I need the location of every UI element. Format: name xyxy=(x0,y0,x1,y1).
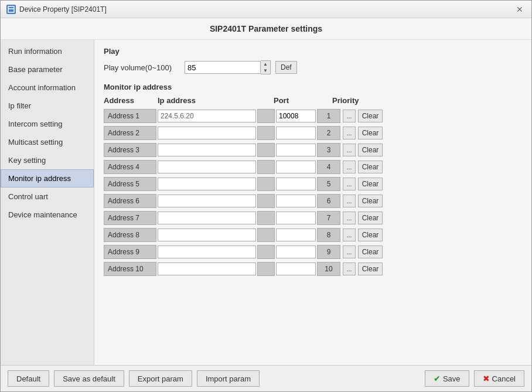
clear-button-2[interactable]: Clear xyxy=(358,127,383,139)
col-header-port: Port xyxy=(274,96,332,105)
clear-button-3[interactable]: Clear xyxy=(358,144,383,156)
addr-label-2: Address 2 xyxy=(104,126,156,140)
ip-input-3[interactable] xyxy=(158,144,256,156)
sidebar-item-account-information[interactable]: Account information xyxy=(1,79,94,97)
import-param-button[interactable]: Import param xyxy=(197,370,260,387)
browse-button-7[interactable]: ... xyxy=(343,212,356,224)
port-spacer-5 xyxy=(257,177,275,191)
bottom-bar: Default Save as default Export param Imp… xyxy=(1,365,531,391)
default-button[interactable]: Default xyxy=(8,370,49,387)
clear-button-4[interactable]: Clear xyxy=(358,161,383,173)
browse-button-3[interactable]: ... xyxy=(343,144,356,156)
browse-button-8[interactable]: ... xyxy=(343,229,356,241)
clear-button-6[interactable]: Clear xyxy=(358,195,383,207)
col-header-address: Address xyxy=(104,96,156,105)
address-row-9: Address 9 9 ... Clear xyxy=(104,244,522,260)
browse-button-6[interactable]: ... xyxy=(343,195,356,207)
main-window: Device Property [SIP2401T] ✕ SIP2401T Pa… xyxy=(0,0,532,392)
def-button[interactable]: Def xyxy=(275,61,297,74)
address-rows: Address 1 1 ... Clear Address 2 2 ... Cl… xyxy=(104,108,522,277)
sidebar-item-device-maintenance[interactable]: Device maintenance xyxy=(1,206,94,224)
addr-label-6: Address 6 xyxy=(104,194,156,208)
sidebar-item-monitor-ip-address[interactable]: Monitor ip address xyxy=(1,169,94,188)
browse-button-5[interactable]: ... xyxy=(343,178,356,190)
ip-input-9[interactable] xyxy=(158,246,256,258)
ip-input-7[interactable] xyxy=(158,212,256,224)
port-input-3[interactable] xyxy=(276,144,316,156)
clear-button-5[interactable]: Clear xyxy=(358,178,383,190)
play-section: Play Play volume(0~100) ▲ ▼ Def xyxy=(104,47,522,74)
browse-button-10[interactable]: ... xyxy=(343,263,356,275)
ip-input-1[interactable] xyxy=(158,110,256,122)
clear-button-1[interactable]: Clear xyxy=(358,110,383,122)
port-input-7[interactable] xyxy=(276,212,316,224)
spinner-down-button[interactable]: ▼ xyxy=(261,67,270,74)
cancel-button[interactable]: ✖ Cancel xyxy=(474,370,524,387)
port-spacer-6 xyxy=(257,194,275,208)
addr-label-9: Address 9 xyxy=(104,245,156,259)
browse-button-4[interactable]: ... xyxy=(343,161,356,173)
port-input-8[interactable] xyxy=(276,229,316,241)
col-header-ip: Ip address xyxy=(156,96,274,105)
clear-button-7[interactable]: Clear xyxy=(358,212,383,224)
browse-button-2[interactable]: ... xyxy=(343,127,356,139)
address-row-8: Address 8 8 ... Clear xyxy=(104,227,522,243)
priority-9: 9 xyxy=(317,245,340,259)
port-input-4[interactable] xyxy=(276,161,316,173)
address-row-7: Address 7 7 ... Clear xyxy=(104,210,522,226)
port-spacer-4 xyxy=(257,160,275,174)
port-spacer-7 xyxy=(257,211,275,225)
volume-input[interactable] xyxy=(185,61,261,74)
window-icon xyxy=(6,5,16,14)
title-bar: Device Property [SIP2401T] ✕ xyxy=(1,1,531,18)
dialog-title: SIP2401T Parameter settings xyxy=(1,18,531,40)
priority-3: 3 xyxy=(317,143,340,157)
browse-button-9[interactable]: ... xyxy=(343,246,356,258)
monitor-header: Address Ip address Port Priority xyxy=(104,96,522,106)
port-spacer-9 xyxy=(257,245,275,259)
addr-label-8: Address 8 xyxy=(104,228,156,242)
spinner-up-button[interactable]: ▲ xyxy=(261,61,270,67)
sidebar-item-multicast-setting[interactable]: Multicast setting xyxy=(1,133,94,151)
sidebar-item-ip-filter[interactable]: Ip filter xyxy=(1,97,94,115)
browse-button-1[interactable]: ... xyxy=(343,110,356,122)
save-label: Save xyxy=(443,374,461,383)
port-spacer-1 xyxy=(257,109,275,123)
save-button[interactable]: ✔ Save xyxy=(425,370,469,387)
save-as-default-button[interactable]: Save as default xyxy=(54,370,124,387)
clear-button-9[interactable]: Clear xyxy=(358,246,383,258)
export-param-button[interactable]: Export param xyxy=(129,370,192,387)
ip-input-2[interactable] xyxy=(158,127,256,139)
ip-input-5[interactable] xyxy=(158,178,256,190)
svg-rect-0 xyxy=(8,6,14,12)
close-button[interactable]: ✕ xyxy=(514,4,526,15)
address-row-5: Address 5 5 ... Clear xyxy=(104,176,522,192)
port-spacer-2 xyxy=(257,126,275,140)
monitor-section: Monitor ip address Address Ip address Po… xyxy=(104,83,522,277)
port-input-1[interactable] xyxy=(276,110,316,122)
clear-button-8[interactable]: Clear xyxy=(358,229,383,241)
address-row-3: Address 3 3 ... Clear xyxy=(104,142,522,158)
volume-label: Play volume(0~100) xyxy=(104,63,180,72)
port-input-6[interactable] xyxy=(276,195,316,207)
ip-input-10[interactable] xyxy=(158,263,256,275)
sidebar-item-run-information[interactable]: Run information xyxy=(1,42,94,60)
clear-button-10[interactable]: Clear xyxy=(358,263,383,275)
port-input-10[interactable] xyxy=(276,263,316,275)
sidebar-item-intercom-setting[interactable]: Intercom setting xyxy=(1,115,94,133)
ip-input-6[interactable] xyxy=(158,195,256,207)
port-input-5[interactable] xyxy=(276,178,316,190)
sidebar: Run informationBase parameterAccount inf… xyxy=(1,40,94,365)
sidebar-item-key-setting[interactable]: Key setting xyxy=(1,151,94,169)
port-input-2[interactable] xyxy=(276,127,316,139)
priority-6: 6 xyxy=(317,194,340,208)
volume-spinner: ▲ ▼ xyxy=(185,60,271,74)
port-spacer-10 xyxy=(257,262,275,276)
sidebar-item-control-uart[interactable]: Control uart xyxy=(1,188,94,206)
addr-label-5: Address 5 xyxy=(104,177,156,191)
sidebar-item-base-parameter[interactable]: Base parameter xyxy=(1,60,94,79)
priority-4: 4 xyxy=(317,160,340,174)
ip-input-8[interactable] xyxy=(158,229,256,241)
port-input-9[interactable] xyxy=(276,246,316,258)
ip-input-4[interactable] xyxy=(158,161,256,173)
